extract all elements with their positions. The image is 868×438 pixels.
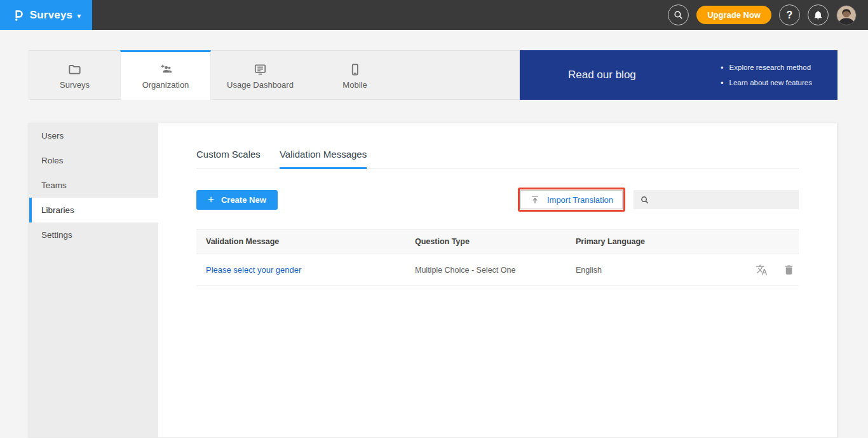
search-icon	[673, 10, 684, 20]
organization-sidebar: Users Roles Teams Libraries Settings	[29, 123, 158, 437]
cell-question-type: Multiple Choice - Select One	[415, 266, 576, 275]
search-icon	[640, 195, 649, 205]
bell-icon	[813, 10, 824, 20]
group-add-icon	[158, 62, 173, 77]
chevron-down-icon: ▾	[77, 11, 81, 20]
cell-validation-message: Please select your gender	[196, 265, 415, 275]
banner-bullet-item: Learn about new features	[721, 78, 812, 88]
notifications-button[interactable]	[808, 4, 829, 25]
header-primary-language: Primary Language	[576, 237, 729, 246]
upload-icon	[530, 195, 540, 205]
row-actions	[729, 264, 799, 276]
plus-icon: +	[208, 193, 214, 206]
translate-icon[interactable]	[756, 264, 768, 276]
banner-title: Read our blog	[568, 69, 636, 81]
table-header-row: Validation Message Question Type Primary…	[196, 229, 799, 254]
annotation-highlight: Import Translation	[518, 188, 625, 212]
import-translation-button[interactable]: Import Translation	[520, 190, 623, 209]
libraries-content: Custom Scales Validation Messages + Crea…	[158, 123, 837, 437]
table-row: Please select your gender Multiple Choic…	[196, 254, 799, 286]
tab-mobile[interactable]: Mobile	[309, 51, 400, 99]
workspace-tabs: Surveys Organization Usage Dashboard Mob…	[29, 50, 520, 100]
upgrade-now-button[interactable]: Upgrade Now	[696, 6, 771, 24]
questionpro-logo-icon	[11, 8, 25, 22]
header-question-type: Question Type	[415, 237, 576, 246]
sidebar-item-teams[interactable]: Teams	[29, 173, 158, 198]
toolbar-right: Import Translation	[518, 188, 799, 212]
header-validation-message: Validation Message	[196, 237, 415, 246]
secondary-nav-band: Surveys Organization Usage Dashboard Mob…	[29, 50, 837, 100]
tab-usage-dashboard[interactable]: Usage Dashboard	[211, 51, 309, 99]
banner-bullet-list: Explore research method Learn about new …	[721, 63, 812, 88]
folder-icon	[67, 62, 82, 77]
table-search	[634, 190, 799, 209]
topbar-actions: Upgrade Now ?	[668, 4, 868, 25]
tab-label: Organization	[142, 80, 189, 90]
delete-icon[interactable]	[783, 264, 795, 276]
dashboard-icon	[253, 62, 268, 77]
user-avatar[interactable]	[836, 5, 857, 25]
product-switcher[interactable]: Surveys ▾	[0, 0, 92, 30]
library-tabs: Custom Scales Validation Messages	[196, 123, 799, 168]
tab-surveys[interactable]: Surveys	[29, 51, 120, 99]
toolbar: + Create New Import Translation	[196, 188, 799, 212]
tab-validation-messages[interactable]: Validation Messages	[280, 149, 367, 168]
top-bar: Surveys ▾ Upgrade Now ?	[0, 0, 868, 30]
help-button[interactable]: ?	[779, 4, 800, 25]
avatar-image	[837, 6, 856, 25]
import-translation-label: Import Translation	[547, 195, 613, 205]
search-input[interactable]	[654, 190, 799, 209]
tab-label: Mobile	[342, 80, 367, 90]
sidebar-item-roles[interactable]: Roles	[29, 148, 158, 173]
blog-banner[interactable]: Read our blog Explore research method Le…	[520, 50, 837, 100]
product-name: Surveys	[30, 9, 73, 22]
tab-label: Surveys	[60, 80, 90, 90]
create-new-label: Create New	[221, 195, 266, 205]
search-button[interactable]	[668, 4, 689, 25]
sidebar-item-settings[interactable]: Settings	[29, 222, 158, 247]
validation-message-link[interactable]: Please select your gender	[206, 265, 301, 275]
main-panel: Users Roles Teams Libraries Settings Cus…	[29, 123, 837, 438]
smartphone-icon	[348, 62, 362, 77]
validation-messages-table: Validation Message Question Type Primary…	[196, 229, 799, 286]
sidebar-item-libraries[interactable]: Libraries	[29, 198, 158, 222]
banner-bullet-item: Explore research method	[721, 63, 812, 72]
tab-organization[interactable]: Organization	[120, 50, 211, 100]
tab-custom-scales[interactable]: Custom Scales	[196, 149, 261, 168]
sidebar-item-users[interactable]: Users	[29, 123, 158, 148]
tab-label: Usage Dashboard	[227, 80, 294, 90]
create-new-button[interactable]: + Create New	[196, 190, 278, 210]
cell-primary-language: English	[576, 266, 729, 275]
